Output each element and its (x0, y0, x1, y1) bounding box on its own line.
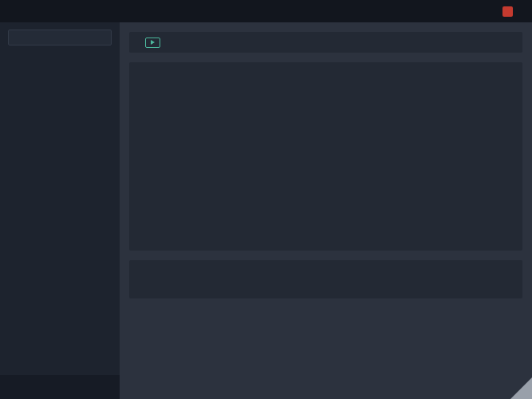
sidebar (0, 22, 120, 399)
match-rates-panel (129, 260, 522, 298)
discrepancies-panel (129, 62, 522, 251)
discrepancies-chart (175, 85, 510, 204)
play-icon (151, 40, 155, 45)
topbar (0, 0, 532, 22)
resize-grip[interactable] (510, 377, 532, 399)
breadcrumb-panel (129, 32, 522, 53)
main-content (120, 22, 532, 399)
search-input[interactable] (8, 30, 112, 45)
sidebar-footer (0, 375, 120, 399)
play-button[interactable] (145, 38, 160, 48)
notifications-badge[interactable] (502, 6, 513, 17)
